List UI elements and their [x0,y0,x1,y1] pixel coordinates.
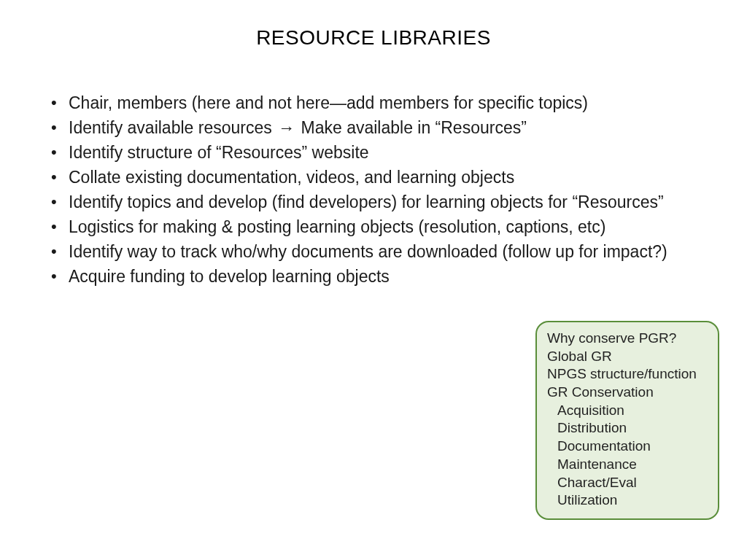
callout-line: GR Conservation [547,384,708,402]
callout-line: Why conserve PGR? [547,330,708,348]
callout-subline: Acquisition [547,402,708,420]
list-item: Chair, members (here and not here—add me… [51,92,725,114]
list-item: Acquire funding to develop learning obje… [51,265,725,288]
callout-line: NPGS structure/function [547,365,708,384]
list-item-text: Make available in “Resources” [296,118,527,137]
list-item: Identify topics and develop (find develo… [51,191,725,214]
list-item: Collate existing documentation, videos, … [51,166,725,189]
callout-line: Global GR [547,348,708,366]
callout-box: Why conserve PGR? Global GR NPGS structu… [535,321,719,520]
bullet-list: Chair, members (here and not here—add me… [0,57,747,288]
callout-subline: Utilization [547,491,708,510]
callout-subline: Maintenance [547,456,708,474]
list-item: Logistics for making & posting learning … [51,216,725,238]
list-item: Identify available resources → Make avai… [51,117,725,139]
list-item-text: Identify available resources [69,118,276,137]
list-item: Identify way to track who/why documents … [51,241,725,263]
callout-subline: Distribution [547,419,708,438]
arrow-right-icon: → [276,117,296,139]
callout-subline: Documentation [547,438,708,456]
slide-title: RESOURCE LIBRARIES [0,0,747,57]
callout-subline: Charact/Eval [547,474,708,492]
list-item: Identify structure of “Resources” websit… [51,141,725,164]
